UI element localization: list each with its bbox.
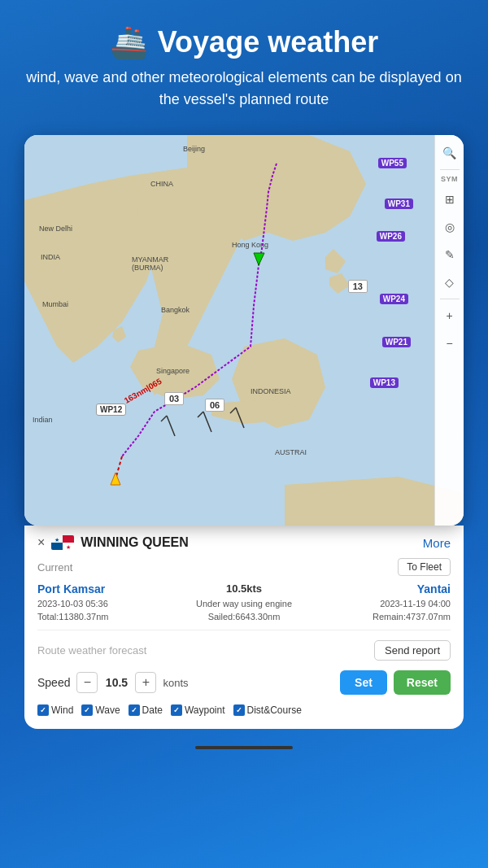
map-toolbar: 🔍 SYM ⊞ ◎ ✎ ◇ + − [434,135,464,526]
waypoint-wp26: WP26 [377,231,405,242]
speed-minus-button[interactable]: − [76,672,98,693]
waypoint-wp13: WP13 [370,377,399,388]
label-03: 03 [164,392,184,405]
zoom-out-button[interactable]: − [438,332,461,355]
send-report-button[interactable]: Send report [374,640,451,661]
ship-status: Under way using engine [177,599,311,608]
location-button[interactable]: ◎ [438,216,461,238]
checkbox-wave[interactable]: Wave [81,704,120,716]
diamond-button[interactable]: ◇ [438,271,461,294]
date-to: 2023-11-19 04:00 [317,599,451,608]
date-checkbox[interactable] [129,704,140,716]
svg-rect-10 [63,535,74,543]
map-container[interactable]: Beijing CHINA New Delhi INDIA MYANMAR(BU… [24,135,464,526]
remain-distance: Remain:4737.07nm [317,612,451,622]
layers-button[interactable]: ⊞ [438,188,461,211]
app-header: 🚢 Voyage weather wind, wave and other me… [0,0,488,127]
checkbox-waypoint[interactable]: Waypoint [171,704,225,716]
more-button[interactable]: More [423,536,451,550]
toolbar-separator-1 [440,169,460,170]
map-svg [24,135,464,526]
waypoint-wp21: WP21 [382,337,411,347]
app-subtitle: wind, wave and other meteorological elem… [16,67,472,111]
wave-checkbox[interactable] [81,704,93,716]
set-button[interactable]: Set [340,670,387,695]
ship-name: WINNING QUEEN [81,535,188,550]
speed-label: Speed [37,676,70,689]
zoom-in-button[interactable]: + [438,304,461,327]
konts-label: konts [163,677,333,689]
port-from: Port Kamsar [37,582,171,595]
home-bar [195,746,293,749]
home-indicator [0,735,488,760]
weather-row: Route weather forecast Send report [37,637,451,661]
date-label: Date [142,704,163,716]
app-title: Voyage weather [158,25,378,59]
label-06: 06 [205,399,224,412]
bottom-panel: × ★ ★ WINNING QUEEN More Current To Flee… [24,526,464,729]
distcourse-label: Dist&Course [247,704,302,716]
wind-checkbox[interactable] [37,704,49,716]
checkbox-wind[interactable]: Wind [37,704,73,716]
ship-icon: 🚢 [110,24,148,60]
waypoint-checkbox[interactable] [171,704,182,716]
toolbar-separator-2 [440,299,460,299]
checkboxes-row: Wind Wave Date Waypoint Dist&Course [37,704,451,716]
flag-panama: ★ ★ [51,535,74,550]
current-row: Current To Fleet [37,558,451,576]
ship-speed: 10.5kts [177,582,311,595]
waypoint-wp31: WP31 [385,198,413,209]
distcourse-checkbox[interactable] [233,704,245,716]
wave-label: Wave [95,704,120,716]
edit-button[interactable]: ✎ [438,243,461,266]
label-13: 13 [348,280,368,293]
total-distance: Total:11380.37nm [37,612,171,622]
port-to: Yantai [317,582,451,595]
svg-text:★: ★ [54,537,59,543]
to-fleet-button[interactable]: To Fleet [398,558,451,576]
waypoint-wp24: WP24 [380,294,408,304]
sym-label: SYM [441,175,458,183]
current-label: Current [37,561,72,574]
checkbox-distcourse[interactable]: Dist&Course [233,704,302,716]
wind-label: Wind [51,704,73,716]
checkbox-date[interactable]: Date [129,704,163,716]
sailed-distance: Sailed:6643.30nm [177,612,311,622]
map-background: Beijing CHINA New Delhi INDIA MYANMAR(BU… [24,135,464,526]
route-info: Port Kamsar 10.5kts Yantai 2023-10-03 05… [37,582,451,630]
speed-plus-button[interactable]: + [135,672,156,693]
svg-text:★: ★ [66,544,71,550]
waypoint-wp55: WP55 [378,158,407,168]
waypoint-label: Waypoint [185,704,225,716]
date-from: 2023-10-03 05:36 [37,599,171,608]
speed-row: Speed − 10.5 + konts Set Reset [37,670,451,695]
reset-button[interactable]: Reset [394,670,451,695]
svg-rect-11 [51,543,63,550]
ship-header: × ★ ★ WINNING QUEEN More [37,535,451,550]
waypoint-wp12: WP12 [96,403,126,416]
weather-label: Route weather forecast [37,644,146,656]
speed-value: 10.5 [104,676,129,689]
ship-header-left: × ★ ★ WINNING QUEEN [37,535,189,550]
close-button[interactable]: × [37,535,45,550]
search-button[interactable]: 🔍 [438,142,461,164]
